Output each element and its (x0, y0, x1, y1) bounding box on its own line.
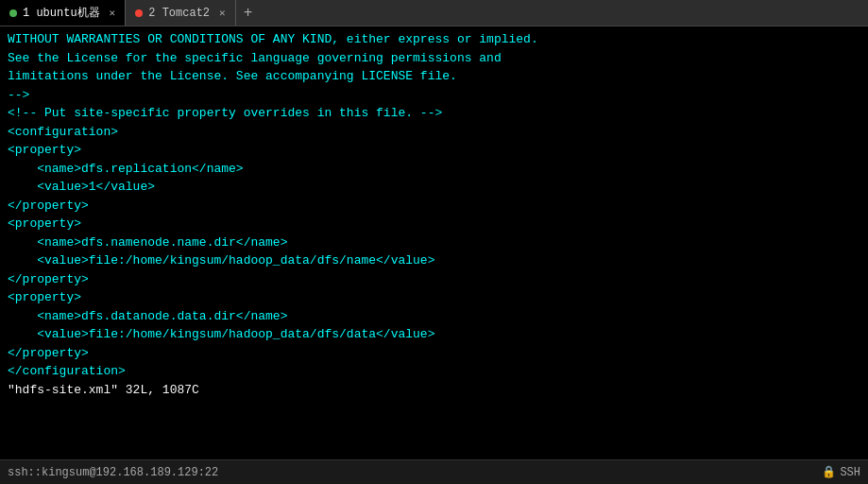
status-right-label: SSH (840, 466, 860, 479)
tab-close-1[interactable]: ✕ (110, 7, 116, 19)
tab-close-2[interactable]: ✕ (219, 7, 226, 19)
terminal-line: <value>file:/home/kingsum/hadoop_data/df… (8, 325, 860, 344)
tab-label-2: 2 Tomcat2 (148, 7, 210, 20)
terminal-line: <value>file:/home/kingsum/hadoop_data/df… (8, 251, 860, 270)
status-bar: ssh::kingsum@192.168.189.129:22 🔒 SSH (0, 459, 868, 484)
terminal-line: <property> (8, 141, 860, 160)
terminal-line: <name>dfs.namenode.name.dir</name> (8, 233, 860, 252)
terminal-line: See the License for the specific languag… (8, 49, 860, 68)
terminal-line: </configuration> (8, 362, 860, 381)
terminal-line: <property> (8, 288, 860, 307)
terminal-line: <!-- Put site-specific property override… (8, 104, 860, 123)
terminal-line: <value>1</value> (8, 178, 860, 197)
tab-bar: 1 ubuntu机器 ✕ 2 Tomcat2 ✕ + (0, 0, 868, 26)
tab-status-dot-1 (9, 9, 17, 17)
terminal-line: WITHOUT WARRANTIES OR CONDITIONS OF ANY … (8, 30, 860, 49)
terminal-line: </property> (8, 197, 860, 216)
tab-ubuntu[interactable]: 1 ubuntu机器 ✕ (0, 0, 126, 26)
tab-tomcat[interactable]: 2 Tomcat2 ✕ (126, 0, 235, 26)
terminal-line: <name>dfs.replication</name> (8, 160, 860, 179)
terminal-line: <name>dfs.datanode.data.dir</name> (8, 307, 860, 326)
lock-icon: 🔒 (822, 465, 836, 479)
terminal-line: <property> (8, 215, 860, 233)
tab-add-button[interactable]: + (236, 5, 261, 22)
terminal-line: limitations under the License. See accom… (8, 67, 860, 86)
terminal-output: WITHOUT WARRANTIES OR CONDITIONS OF ANY … (0, 26, 868, 459)
terminal-line: --> (8, 86, 860, 105)
status-left: ssh::kingsum@192.168.189.129:22 (8, 466, 218, 479)
tab-status-dot-2 (135, 9, 143, 17)
terminal-line: </property> (8, 270, 860, 289)
terminal-line: </property> (8, 344, 860, 363)
terminal-line: <configuration> (8, 123, 860, 142)
terminal-line: "hdfs-site.xml" 32L, 1087C (8, 381, 860, 400)
status-right: 🔒 SSH (822, 465, 860, 479)
tab-label-1: 1 ubuntu机器 (23, 5, 100, 21)
